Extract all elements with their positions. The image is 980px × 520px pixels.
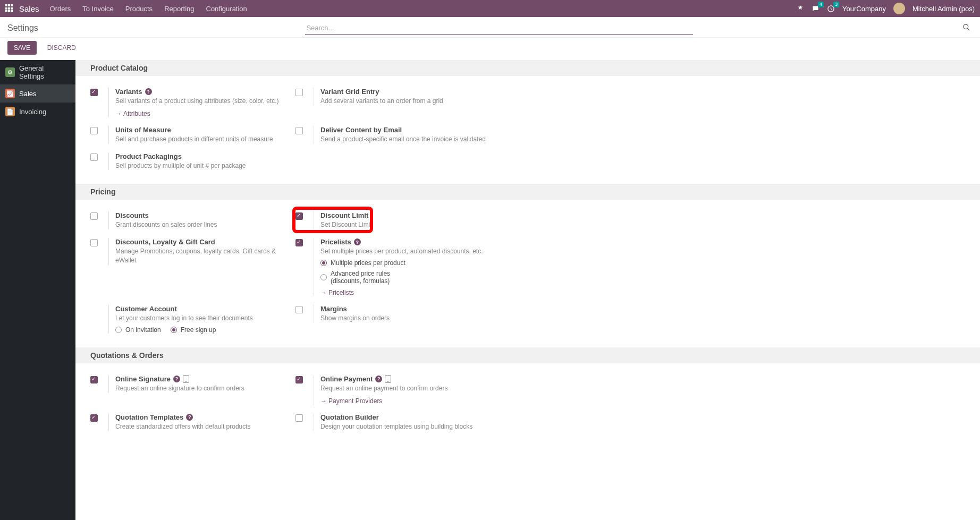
chat-icon[interactable]: 4 [812,5,820,13]
chat-badge: 4 [818,2,824,7]
checkbox-quotation-templates[interactable] [90,414,98,422]
checkbox-variant-grid[interactable] [295,89,303,96]
setting-online-signature: Online Signature? Request an online sign… [90,371,285,397]
checkbox-variants[interactable] [90,89,98,96]
section-quotations: Quotations & Orders [75,347,980,363]
checkbox-online-payment[interactable] [295,376,303,383]
setting-discount-limit: Discount Limit Set Discount Limit [295,207,490,234]
help-icon[interactable]: ? [375,376,382,382]
nav-orders[interactable]: Orders [50,5,71,13]
setting-deliver-email: Deliver Content by Email Send a product-… [295,122,490,148]
svg-point-1 [964,24,968,29]
nav-configuration[interactable]: Configuration [206,5,247,13]
chart-icon: 📈 [5,89,15,98]
nav-reporting[interactable]: Reporting [164,5,194,13]
setting-quotation-templates: Quotation Templates? Create standardized… [90,409,285,436]
setting-margins: Margins Show margins on orders [295,301,490,327]
mobile-icon [183,375,189,383]
setting-variants: Variants? Sell variants of a product usi… [90,83,285,122]
setting-online-payment: Online Payment? Request an online paymen… [295,371,490,409]
checkbox-uom[interactable] [90,127,98,134]
checkbox-packagings[interactable] [90,154,98,161]
checkbox-margins[interactable] [295,306,303,313]
setting-customer-account: Customer Account Let your customers log … [90,301,285,338]
section-pricing: Pricing [75,184,980,200]
clock-badge: 3 [833,2,839,7]
gear-icon: ⚙ [5,67,15,77]
settings-sidebar: ⚙ General Settings 📈 Sales 📄 Invoicing [0,60,75,520]
action-bar: SAVE DISCARD [0,38,980,60]
sidebar-invoicing[interactable]: 📄 Invoicing [0,103,75,121]
user-name[interactable]: Mitchell Admin (pos) [913,5,975,13]
setting-loyalty: Discounts, Loyalty & Gift Card Manage Pr… [90,234,285,269]
sidebar-sales[interactable]: 📈 Sales [0,84,75,103]
gift-icon[interactable] [797,5,804,12]
nav-to-invoice[interactable]: To Invoice [82,5,114,13]
setting-packagings: Product Packagings Sell products by mult… [90,148,285,175]
help-icon[interactable]: ? [173,376,180,382]
app-brand[interactable]: Sales [19,4,39,13]
apps-icon[interactable] [5,4,14,13]
checkbox-loyalty[interactable] [90,239,98,246]
link-pricelists[interactable]: → Pricelists [320,289,354,296]
help-icon[interactable]: ? [145,88,152,95]
radio-multiple-prices[interactable]: Multiple prices per product [320,259,490,267]
section-product-catalog: Product Catalog [75,60,980,76]
search-input[interactable] [305,22,693,35]
radio-on-invitation[interactable]: On invitation [115,326,161,334]
doc-icon: 📄 [5,107,15,116]
radio-free-signup[interactable]: Free sign up [171,326,216,334]
clock-icon[interactable]: 3 [827,5,835,13]
sub-header: Settings [0,17,980,38]
link-payment-providers[interactable]: → Payment Providers [320,397,382,405]
avatar[interactable] [893,3,905,14]
setting-variant-grid: Variant Grid Entry Add several variants … [295,83,490,110]
checkbox-online-signature[interactable] [90,376,98,383]
nav-products[interactable]: Products [125,5,153,13]
help-icon[interactable]: ? [354,238,361,245]
checkbox-discounts[interactable] [90,212,98,220]
setting-quotation-builder: Quotation Builder Design your quotation … [295,409,490,436]
checkbox-quotation-builder[interactable] [295,414,303,422]
setting-pricelists: Pricelists? Set multiple prices per prod… [295,234,490,301]
checkbox-discount-limit[interactable] [295,212,303,220]
page-title: Settings [7,23,38,33]
sidebar-item-label: General Settings [19,64,70,80]
settings-content[interactable]: Product Catalog Variants? Sell variants … [75,60,980,520]
radio-advanced-rules[interactable]: Advanced price rules(discounts, formulas… [320,270,490,285]
setting-discounts: Discounts Grant discounts on sales order… [90,207,285,234]
top-navbar: Sales Orders To Invoice Products Reporti… [0,0,980,17]
checkbox-pricelists[interactable] [295,239,303,246]
search-icon[interactable] [960,21,973,35]
checkbox-deliver-email[interactable] [295,127,303,134]
discard-button[interactable]: DISCARD [41,41,82,55]
mobile-icon [385,375,391,383]
sidebar-general-settings[interactable]: ⚙ General Settings [0,60,75,84]
save-button[interactable]: SAVE [7,41,37,55]
company-name[interactable]: YourCompany [842,5,886,13]
sidebar-item-label: Invoicing [19,108,46,116]
sidebar-item-label: Sales [19,90,37,98]
setting-uom: Units of Measure Sell and purchase produ… [90,122,285,148]
link-attributes[interactable]: → Attributes [115,110,150,117]
help-icon[interactable]: ? [186,414,193,421]
